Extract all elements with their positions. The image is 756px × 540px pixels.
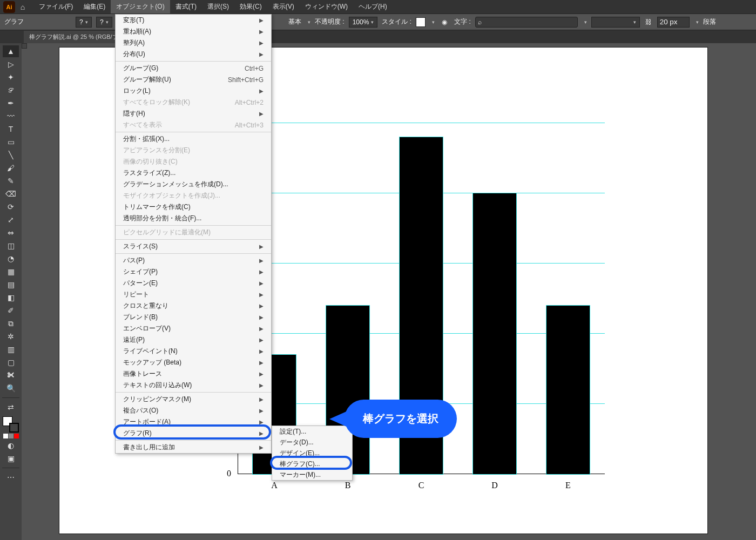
- column-graph-tool[interactable]: ▥: [3, 343, 19, 355]
- scale-tool[interactable]: ⤢: [3, 214, 19, 226]
- font-style-dropdown[interactable]: ▾: [591, 17, 640, 28]
- slice-tool[interactable]: ✀: [3, 369, 19, 381]
- menu-item-ライブペイントn[interactable]: ライブペイント(N)▶: [116, 346, 271, 357]
- selection-tool[interactable]: ▲: [3, 45, 19, 57]
- document-tab-bar: 棒グラフ解説.ai @ 25 % (RGB/プレ… ×: [0, 30, 756, 43]
- menu-item-クロスと重なり[interactable]: クロスと重なり▶: [116, 300, 271, 312]
- fill-stroke-indicator[interactable]: [3, 416, 19, 433]
- menu-item-トリムマークを作成c[interactable]: トリムマークを作成(C): [116, 201, 271, 213]
- menu-view[interactable]: 表示(V): [267, 0, 300, 14]
- rotate-tool[interactable]: ⟳: [3, 201, 19, 213]
- eyedropper-tool[interactable]: ✐: [3, 305, 19, 316]
- bar-E[interactable]: [546, 306, 590, 474]
- shape-builder-tool[interactable]: ◔: [3, 253, 19, 265]
- screen-mode[interactable]: ▣: [3, 453, 19, 464]
- perspective-tool[interactable]: ▦: [3, 266, 19, 278]
- category-label-A: A: [253, 481, 296, 490]
- shaper-tool[interactable]: ✎: [3, 175, 19, 187]
- menu-item-隠すh[interactable]: 隠す(H)▶: [116, 108, 271, 119]
- drawing-mode[interactable]: ◐: [3, 440, 19, 451]
- menu-item-画像トレース[interactable]: 画像トレース▶: [116, 368, 271, 380]
- lasso-tool[interactable]: ទ: [3, 84, 19, 96]
- menu-object[interactable]: オブジェクト(O): [111, 0, 170, 14]
- pen-tool[interactable]: ✒: [3, 97, 19, 109]
- menu-item-透明部分を分割・統合f[interactable]: 透明部分を分割・統合(F)...: [116, 213, 271, 224]
- submenu-item-マーカーm[interactable]: マーカー(M)...: [272, 469, 352, 480]
- direct-selection-tool[interactable]: ▷: [3, 58, 19, 70]
- fill-dropdown[interactable]: ?▾: [76, 17, 92, 28]
- curvature-tool[interactable]: 〰: [3, 110, 19, 122]
- menu-item-アートボードa[interactable]: アートボード(A)▶: [116, 416, 271, 428]
- submenu-item-棒グラフc[interactable]: 棒グラフ(C)...: [272, 458, 352, 469]
- submenu-item-設定t[interactable]: 設定(T)...: [272, 426, 352, 437]
- menu-item-クリッピングマスクm[interactable]: クリッピングマスク(M)▶: [116, 394, 271, 405]
- eraser-tool[interactable]: ⌫: [3, 188, 19, 200]
- category-label-E: E: [546, 481, 590, 490]
- magic-wand-tool[interactable]: ✦: [3, 71, 19, 83]
- chain-icon[interactable]: ⛓: [644, 18, 653, 26]
- stroke-width-input[interactable]: [657, 17, 690, 28]
- menu-bar: Ai ⌂ ファイル(F) 編集(E) オブジェクト(O) 書式(T) 選択(S)…: [0, 0, 756, 14]
- gridline: [238, 123, 605, 123]
- menu-item-ラスタライズz[interactable]: ラスタライズ(Z)...: [116, 167, 271, 179]
- submenu-item-データd[interactable]: データ(D)...: [272, 437, 352, 448]
- free-transform-tool[interactable]: ◫: [3, 240, 19, 252]
- menu-item-エンベロープv[interactable]: エンベロープ(V)▶: [116, 323, 271, 334]
- edit-toolbar[interactable]: ⋯: [3, 471, 19, 483]
- menu-item-スライスs[interactable]: スライス(S)▶: [116, 241, 271, 252]
- menu-help[interactable]: ヘルプ(H): [353, 0, 393, 14]
- opacity-label: 不透明度 :: [315, 17, 345, 26]
- color-mode-row[interactable]: [3, 434, 19, 438]
- recolor-icon[interactable]: ◉: [439, 17, 450, 28]
- menu-item-分割・拡張x[interactable]: 分割・拡張(X)...: [116, 133, 271, 145]
- style-swatch[interactable]: [416, 17, 426, 27]
- menu-effect[interactable]: 効果(C): [234, 0, 267, 14]
- menu-item-書き出し用に追加[interactable]: 書き出し用に追加▶: [116, 442, 271, 453]
- menu-item-整列a[interactable]: 整列(A)▶: [116, 37, 271, 49]
- menu-item-重ね順a[interactable]: 重ね順(A)▶: [116, 26, 271, 37]
- menu-select[interactable]: 選択(S): [202, 0, 234, 14]
- menu-item-パスp[interactable]: パス(P)▶: [116, 255, 271, 266]
- zoom-tool[interactable]: 🔍: [3, 382, 19, 394]
- menu-item-分布u[interactable]: 分布(U)▶: [116, 49, 271, 60]
- menu-edit[interactable]: 編集(E): [78, 0, 111, 14]
- menu-type[interactable]: 書式(T): [170, 0, 202, 14]
- menu-item-遠近p[interactable]: 遠近(P)▶: [116, 334, 271, 346]
- menu-item-複合パスo[interactable]: 複合パス(O)▶: [116, 405, 271, 416]
- workspace: ▲ ▷ ✦ ទ ✒ 〰 T ▭ ╲ 🖌 ✎ ⌫ ⟳ ⤢ ⇔ ◫ ◔ ▦ ▤ ◧ …: [0, 43, 756, 540]
- width-tool[interactable]: ⇔: [3, 227, 19, 239]
- stroke-dropdown[interactable]: ?▾: [96, 17, 112, 28]
- mesh-tool[interactable]: ▤: [3, 279, 19, 291]
- menu-item-グループg[interactable]: グループ(G)Ctrl+G: [116, 63, 271, 74]
- menu-item-グループ解除u[interactable]: グループ解除(U)Shift+Ctrl+G: [116, 74, 271, 85]
- bar-D[interactable]: [473, 193, 516, 474]
- menu-item-グラデーションメッシュを作成d[interactable]: グラデーションメッシュを作成(D)...: [116, 179, 271, 190]
- submenu-item-デザインe[interactable]: デザイン(E)...: [272, 448, 352, 458]
- menu-item-ブレンドb[interactable]: ブレンド(B)▶: [116, 312, 271, 323]
- menu-item-ピクセルグリッドに最適化m: ピクセルグリッドに最適化(M): [116, 227, 271, 238]
- opacity-value[interactable]: 100%▾: [349, 17, 378, 28]
- menu-item-ロックl[interactable]: ロック(L)▶: [116, 85, 271, 97]
- menu-item-リピート[interactable]: リピート▶: [116, 289, 271, 300]
- line-tool[interactable]: ╲: [3, 149, 19, 161]
- menu-item-すべてを表示: すべてを表示Alt+Ctrl+3: [116, 119, 271, 131]
- home-icon[interactable]: ⌂: [17, 3, 28, 11]
- menu-window[interactable]: ウィンドウ(W): [300, 0, 353, 14]
- gradient-tool[interactable]: ◧: [3, 292, 19, 303]
- paintbrush-tool[interactable]: 🖌: [3, 162, 19, 174]
- menu-item-グラフr[interactable]: グラフ(R)▶: [116, 428, 271, 439]
- menu-item-テキストの回り込みw[interactable]: テキストの回り込み(W)▶: [116, 380, 271, 391]
- toggle-fill-stroke[interactable]: ⇄: [3, 401, 19, 413]
- menu-item-パターンe[interactable]: パターン(E)▶: [116, 278, 271, 289]
- artboard-tool[interactable]: ▢: [3, 356, 19, 368]
- symbol-sprayer-tool[interactable]: ✲: [3, 330, 19, 342]
- menu-item-変形t[interactable]: 変形(T)▶: [116, 15, 271, 26]
- menu-item-シェイプp[interactable]: シェイプ(P)▶: [116, 266, 271, 278]
- menu-file[interactable]: ファイル(F): [33, 0, 78, 14]
- rectangle-tool[interactable]: ▭: [3, 136, 19, 148]
- blend-tool[interactable]: ⧉: [3, 318, 19, 329]
- font-search[interactable]: ⌕: [475, 17, 578, 28]
- menu-item-モックアップ beta[interactable]: モックアップ (Beta)▶: [116, 357, 271, 368]
- type-tool[interactable]: T: [3, 123, 19, 135]
- annotation-callout: 棒グラフを選択: [345, 400, 457, 438]
